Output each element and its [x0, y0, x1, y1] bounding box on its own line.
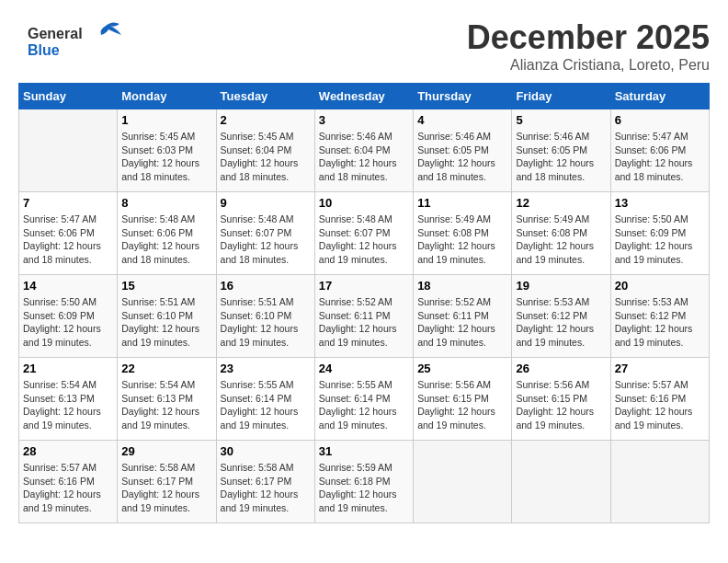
day-number: 29: [121, 444, 211, 458]
calendar-cell: 29Sunrise: 5:58 AMSunset: 6:17 PMDayligh…: [118, 441, 216, 523]
day-sun-info: Sunrise: 5:52 AMSunset: 6:11 PMDaylight:…: [417, 295, 507, 350]
day-number: 21: [23, 362, 113, 375]
day-number: 3: [319, 113, 409, 127]
svg-text:Blue: Blue: [28, 42, 60, 58]
day-sun-info: Sunrise: 5:55 AMSunset: 6:14 PMDaylight:…: [221, 378, 311, 432]
day-sun-info: Sunrise: 5:46 AMSunset: 6:05 PMDaylight:…: [417, 130, 507, 184]
svg-text:General: General: [28, 26, 83, 41]
day-number: 16: [221, 279, 311, 293]
day-number: 15: [121, 279, 211, 293]
calendar-week-row: 14Sunrise: 5:50 AMSunset: 6:09 PMDayligh…: [19, 275, 710, 358]
calendar-cell: 21Sunrise: 5:54 AMSunset: 6:13 PMDayligh…: [19, 358, 118, 441]
day-number: 2: [221, 113, 311, 127]
day-sun-info: Sunrise: 5:49 AMSunset: 6:08 PMDaylight:…: [516, 213, 606, 267]
day-sun-info: Sunrise: 5:58 AMSunset: 6:17 PMDaylight:…: [221, 461, 311, 515]
calendar-cell: [414, 441, 512, 523]
calendar-cell: 15Sunrise: 5:51 AMSunset: 6:10 PMDayligh…: [118, 275, 216, 358]
calendar-week-row: 21Sunrise: 5:54 AMSunset: 6:13 PMDayligh…: [19, 358, 710, 441]
day-number: 28: [23, 444, 113, 458]
day-sun-info: Sunrise: 5:48 AMSunset: 6:07 PMDaylight:…: [319, 213, 409, 267]
day-sun-info: Sunrise: 5:48 AMSunset: 6:06 PMDaylight:…: [121, 213, 211, 267]
day-sun-info: Sunrise: 5:48 AMSunset: 6:07 PMDaylight:…: [221, 213, 311, 267]
day-of-week-header: Monday: [118, 84, 216, 109]
logo-text: General Blue: [18, 18, 129, 68]
calendar-cell: 25Sunrise: 5:56 AMSunset: 6:15 PMDayligh…: [414, 358, 512, 441]
day-of-week-header: Tuesday: [216, 84, 314, 109]
day-number: 7: [23, 196, 113, 210]
day-number: 8: [121, 196, 211, 210]
day-sun-info: Sunrise: 5:53 AMSunset: 6:12 PMDaylight:…: [615, 295, 705, 350]
calendar-cell: 19Sunrise: 5:53 AMSunset: 6:12 PMDayligh…: [512, 275, 610, 358]
calendar-cell: 7Sunrise: 5:47 AMSunset: 6:06 PMDaylight…: [19, 192, 118, 275]
day-sun-info: Sunrise: 5:59 AMSunset: 6:18 PMDaylight:…: [319, 461, 409, 515]
calendar-cell: 30Sunrise: 5:58 AMSunset: 6:17 PMDayligh…: [216, 441, 314, 523]
calendar-cell: 4Sunrise: 5:46 AMSunset: 6:05 PMDaylight…: [414, 109, 512, 192]
day-number: 6: [615, 113, 705, 127]
day-number: 17: [319, 279, 409, 293]
day-of-week-header: Saturday: [610, 84, 709, 109]
calendar-cell: 22Sunrise: 5:54 AMSunset: 6:13 PMDayligh…: [118, 358, 216, 441]
calendar-cell: 17Sunrise: 5:52 AMSunset: 6:11 PMDayligh…: [314, 275, 413, 358]
title-area: December 2025 Alianza Cristiana, Loreto,…: [467, 18, 710, 74]
day-sun-info: Sunrise: 5:57 AMSunset: 6:16 PMDaylight:…: [23, 461, 113, 515]
day-sun-info: Sunrise: 5:55 AMSunset: 6:14 PMDaylight:…: [319, 378, 409, 432]
day-number: 1: [121, 113, 211, 127]
calendar-cell: 12Sunrise: 5:49 AMSunset: 6:08 PMDayligh…: [512, 192, 610, 275]
day-number: 27: [615, 362, 705, 375]
day-sun-info: Sunrise: 5:58 AMSunset: 6:17 PMDaylight:…: [121, 461, 211, 515]
calendar-cell: 26Sunrise: 5:56 AMSunset: 6:15 PMDayligh…: [512, 358, 610, 441]
calendar-cell: 18Sunrise: 5:52 AMSunset: 6:11 PMDayligh…: [414, 275, 512, 358]
calendar-cell: 14Sunrise: 5:50 AMSunset: 6:09 PMDayligh…: [19, 275, 118, 358]
month-title: December 2025: [467, 18, 710, 57]
calendar-cell: 27Sunrise: 5:57 AMSunset: 6:16 PMDayligh…: [610, 358, 709, 441]
header: General Blue December 2025 Alianza Crist…: [18, 18, 710, 74]
day-number: 11: [417, 196, 507, 210]
day-sun-info: Sunrise: 5:52 AMSunset: 6:11 PMDaylight:…: [319, 295, 409, 350]
calendar-cell: [19, 109, 118, 192]
day-sun-info: Sunrise: 5:56 AMSunset: 6:15 PMDaylight:…: [417, 378, 507, 432]
day-of-week-header: Thursday: [414, 84, 512, 109]
day-number: 13: [615, 196, 705, 210]
calendar-table: SundayMondayTuesdayWednesdayThursdayFrid…: [18, 83, 710, 523]
calendar-header-row: SundayMondayTuesdayWednesdayThursdayFrid…: [19, 84, 710, 109]
day-sun-info: Sunrise: 5:56 AMSunset: 6:15 PMDaylight:…: [516, 378, 606, 432]
day-number: 9: [221, 196, 311, 210]
day-sun-info: Sunrise: 5:50 AMSunset: 6:09 PMDaylight:…: [23, 295, 113, 350]
calendar-cell: 23Sunrise: 5:55 AMSunset: 6:14 PMDayligh…: [216, 358, 314, 441]
calendar-week-row: 7Sunrise: 5:47 AMSunset: 6:06 PMDaylight…: [19, 192, 710, 275]
calendar-cell: 10Sunrise: 5:48 AMSunset: 6:07 PMDayligh…: [314, 192, 413, 275]
day-number: 12: [516, 196, 606, 210]
day-of-week-header: Friday: [512, 84, 610, 109]
day-sun-info: Sunrise: 5:51 AMSunset: 6:10 PMDaylight:…: [121, 295, 211, 350]
day-sun-info: Sunrise: 5:53 AMSunset: 6:12 PMDaylight:…: [516, 295, 606, 350]
day-sun-info: Sunrise: 5:46 AMSunset: 6:05 PMDaylight:…: [516, 130, 606, 184]
day-number: 22: [121, 362, 211, 375]
day-of-week-header: Wednesday: [314, 84, 413, 109]
day-number: 26: [516, 362, 606, 375]
calendar-cell: 16Sunrise: 5:51 AMSunset: 6:10 PMDayligh…: [216, 275, 314, 358]
day-of-week-header: Sunday: [19, 84, 118, 109]
day-number: 31: [319, 444, 409, 458]
day-number: 18: [417, 279, 507, 293]
day-sun-info: Sunrise: 5:51 AMSunset: 6:10 PMDaylight:…: [221, 295, 311, 350]
day-number: 23: [221, 362, 311, 375]
calendar-cell: 9Sunrise: 5:48 AMSunset: 6:07 PMDaylight…: [216, 192, 314, 275]
day-sun-info: Sunrise: 5:50 AMSunset: 6:09 PMDaylight:…: [615, 213, 705, 267]
calendar-cell: 5Sunrise: 5:46 AMSunset: 6:05 PMDaylight…: [512, 109, 610, 192]
calendar-cell: 2Sunrise: 5:45 AMSunset: 6:04 PMDaylight…: [216, 109, 314, 192]
day-number: 20: [615, 279, 705, 293]
calendar-cell: 20Sunrise: 5:53 AMSunset: 6:12 PMDayligh…: [610, 275, 709, 358]
calendar-cell: 11Sunrise: 5:49 AMSunset: 6:08 PMDayligh…: [414, 192, 512, 275]
logo-svg: General Blue: [18, 18, 129, 64]
calendar-cell: 1Sunrise: 5:45 AMSunset: 6:03 PMDaylight…: [118, 109, 216, 192]
calendar-week-row: 1Sunrise: 5:45 AMSunset: 6:03 PMDaylight…: [19, 109, 710, 192]
calendar-cell: 24Sunrise: 5:55 AMSunset: 6:14 PMDayligh…: [314, 358, 413, 441]
day-sun-info: Sunrise: 5:45 AMSunset: 6:03 PMDaylight:…: [121, 130, 211, 184]
location-subtitle: Alianza Cristiana, Loreto, Peru: [467, 57, 710, 74]
day-sun-info: Sunrise: 5:45 AMSunset: 6:04 PMDaylight:…: [221, 130, 311, 184]
calendar-cell: 28Sunrise: 5:57 AMSunset: 6:16 PMDayligh…: [19, 441, 118, 523]
day-number: 19: [516, 279, 606, 293]
calendar-cell: [610, 441, 709, 523]
day-number: 10: [319, 196, 409, 210]
day-number: 4: [417, 113, 507, 127]
